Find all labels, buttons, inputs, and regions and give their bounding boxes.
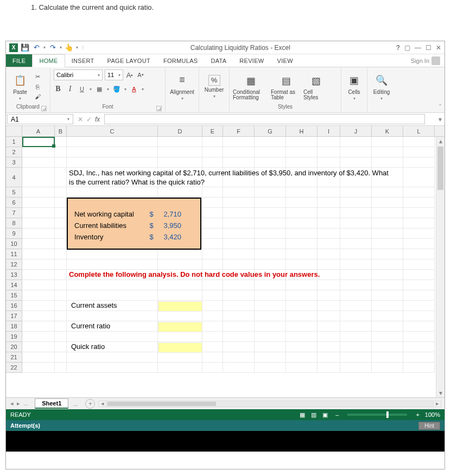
cell[interactable] — [340, 290, 372, 301]
clipboard-dialog-launcher[interactable] — [41, 106, 47, 111]
quick-ratio-input[interactable] — [158, 342, 202, 353]
cell[interactable] — [317, 198, 340, 208]
conditional-formatting-button[interactable]: ▦ Conditional Formatting — [233, 73, 269, 100]
cell[interactable] — [372, 198, 403, 208]
row-header[interactable]: 5 — [6, 187, 22, 198]
cell[interactable] — [317, 321, 340, 332]
cell[interactable] — [340, 352, 372, 363]
cell[interactable] — [158, 187, 202, 198]
cell[interactable] — [22, 168, 55, 187]
cell[interactable] — [286, 147, 317, 157]
cell[interactable] — [158, 311, 202, 321]
cell[interactable] — [255, 137, 286, 147]
cell[interactable] — [202, 342, 223, 352]
row-header[interactable]: 4 — [6, 168, 22, 187]
cell[interactable] — [403, 332, 435, 342]
cell[interactable] — [22, 280, 55, 290]
cell[interactable] — [158, 332, 202, 342]
cell[interactable] — [403, 270, 435, 280]
cell[interactable] — [55, 229, 67, 239]
cell[interactable] — [202, 218, 223, 229]
cell[interactable] — [403, 137, 435, 147]
cell[interactable] — [340, 239, 372, 249]
cell[interactable] — [286, 157, 317, 168]
cell[interactable] — [340, 198, 372, 208]
cell[interactable] — [22, 208, 55, 218]
row-header[interactable]: 19 — [6, 332, 22, 342]
italic-button[interactable]: I — [66, 85, 74, 93]
name-box-dropdown-icon[interactable]: ▾ — [67, 117, 69, 122]
undo-menu-icon[interactable]: ▾ — [43, 45, 46, 50]
cell[interactable] — [286, 218, 317, 229]
row-header[interactable]: 10 — [6, 239, 22, 249]
row-header[interactable]: 12 — [6, 259, 22, 270]
close-icon[interactable]: ✕ — [436, 44, 441, 52]
cell[interactable] — [67, 290, 158, 301]
cell[interactable] — [223, 280, 255, 290]
cell[interactable] — [403, 363, 435, 373]
cell[interactable] — [372, 137, 403, 147]
format-painter-icon[interactable]: 🖌 — [33, 92, 42, 101]
minimize-icon[interactable]: — — [415, 44, 421, 52]
cell[interactable] — [22, 249, 55, 259]
name-box[interactable]: A1 ▾ — [7, 114, 73, 124]
cell[interactable] — [223, 218, 255, 229]
row-header[interactable]: 21 — [6, 352, 22, 363]
cell[interactable] — [255, 218, 286, 229]
column-header[interactable]: G — [255, 126, 286, 136]
cell[interactable] — [55, 352, 67, 363]
cell[interactable] — [403, 290, 435, 301]
row-header[interactable]: 17 — [6, 311, 22, 321]
cell[interactable] — [202, 229, 223, 239]
cell[interactable] — [255, 259, 286, 270]
cell-styles-button[interactable]: ▧ Cell Styles — [303, 73, 328, 100]
cell[interactable] — [340, 147, 372, 157]
sheet-nav-more-icon[interactable]: ... — [23, 400, 28, 407]
cell[interactable] — [372, 352, 403, 363]
cell[interactable] — [286, 137, 317, 147]
spreadsheet-grid[interactable]: ABCDEFGHIJKL 123456789101112131415161718… — [6, 126, 444, 397]
cell[interactable] — [67, 332, 158, 342]
cancel-formula-icon[interactable]: ✕ — [78, 116, 83, 123]
font-name-select[interactable]: Calibri▾ — [54, 69, 103, 80]
cell[interactable] — [403, 218, 435, 229]
sign-in[interactable]: Sign In — [406, 54, 444, 67]
cell[interactable] — [202, 147, 223, 157]
cell[interactable] — [55, 218, 67, 229]
cell[interactable] — [67, 352, 158, 363]
cell[interactable] — [255, 352, 286, 363]
cell[interactable] — [223, 290, 255, 301]
current-ratio-input[interactable] — [158, 322, 202, 332]
page-layout-view-icon[interactable]: ▥ — [309, 411, 319, 418]
scroll-right-icon[interactable]: ▸ — [433, 401, 441, 407]
cell[interactable] — [255, 363, 286, 373]
column-header[interactable]: I — [317, 126, 340, 136]
redo-icon[interactable]: ↷ — [48, 43, 57, 52]
cell[interactable] — [55, 239, 67, 249]
cell[interactable] — [223, 157, 255, 168]
scroll-down-icon[interactable]: ▾ — [436, 389, 444, 397]
cell[interactable] — [22, 342, 55, 352]
cell[interactable] — [255, 208, 286, 218]
tab-review[interactable]: REVIEW — [233, 54, 270, 67]
cell[interactable] — [55, 259, 67, 270]
column-header[interactable]: A — [22, 126, 55, 136]
cell[interactable] — [372, 363, 403, 373]
cell[interactable] — [22, 352, 55, 363]
number-menu-icon[interactable]: ▾ — [213, 94, 215, 99]
border-menu-icon[interactable]: ▾ — [107, 87, 109, 92]
cell[interactable] — [202, 311, 223, 321]
cell[interactable] — [403, 352, 435, 363]
paste-button[interactable]: 📋 Paste ▾ — [9, 73, 31, 101]
cell[interactable] — [403, 187, 435, 198]
row-header[interactable]: 11 — [6, 249, 22, 259]
cell[interactable] — [286, 301, 317, 311]
row-header[interactable]: 16 — [6, 301, 22, 311]
cell[interactable] — [286, 187, 317, 198]
cell[interactable] — [223, 187, 255, 198]
cell[interactable] — [223, 352, 255, 363]
cell[interactable] — [255, 342, 286, 352]
cell[interactable] — [403, 229, 435, 239]
cell[interactable] — [22, 332, 55, 342]
horizontal-scrollbar[interactable]: ◂ ▸ — [98, 401, 441, 407]
